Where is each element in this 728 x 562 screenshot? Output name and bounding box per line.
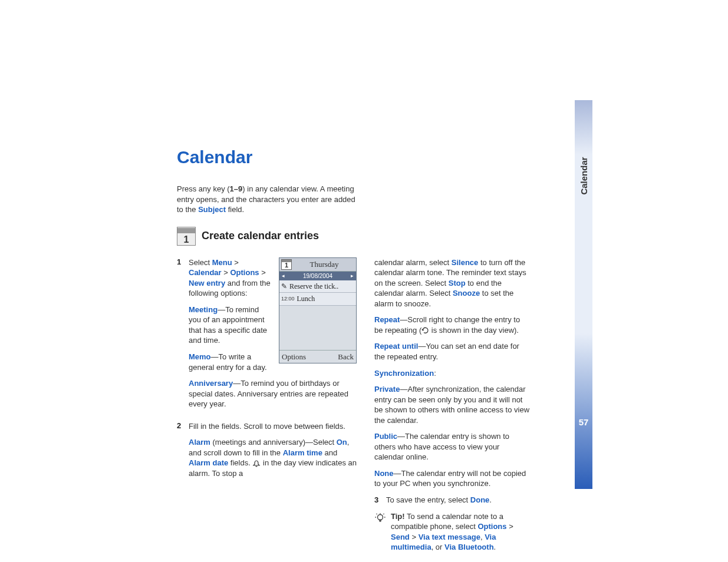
phone-screenshot: 1 Thursday ◂ 19/08/2004 ▸ ✎: [279, 257, 357, 363]
phone-entry-1: ✎ Reserve the tick..: [279, 280, 356, 293]
phone-calendar-icon: 1: [281, 259, 292, 270]
phone-entry-2: 12:00 Lunch: [279, 293, 356, 305]
sync-heading: Synchronization:: [374, 368, 531, 379]
private-label[interactable]: Private: [374, 385, 400, 394]
side-tab: Calendar 57: [575, 100, 592, 489]
step-3: 3 To save the entry, select Done.: [374, 495, 531, 505]
tip-send-link[interactable]: Send: [391, 533, 410, 541]
intro-text-post: field.: [226, 205, 244, 214]
alarm-time-link[interactable]: Alarm time: [283, 448, 322, 457]
via-bluetooth-link[interactable]: Via Bluetooth: [444, 543, 494, 551]
phone-entry-icon: ✎: [281, 282, 287, 291]
none-paragraph: None—The calendar entry will not be copi…: [374, 468, 531, 489]
alarm-date-link[interactable]: Alarm date: [189, 458, 228, 467]
alarm-paragraph: Alarm (meetings and anniversary)—Select …: [189, 437, 357, 478]
meeting-option: Meeting—To remind you of an appointment …: [189, 305, 272, 346]
anniversary-option: Anniversary—To remind you of birthdays o…: [189, 378, 357, 409]
public-label[interactable]: Public: [374, 432, 397, 441]
intro-text-pre: Press any key (: [177, 184, 230, 193]
phone-softkey-left: Options: [282, 352, 306, 362]
phone-date-next-icon: ▸: [351, 272, 354, 279]
done-link[interactable]: Done: [470, 495, 490, 504]
meeting-label[interactable]: Meeting: [189, 305, 218, 314]
memo-option: Memo—To write a general entry for a day.: [189, 352, 272, 372]
tip-block: Tip! To send a calendar note to a compat…: [374, 511, 531, 553]
subject-link[interactable]: Subject: [198, 205, 226, 214]
snooze-link[interactable]: Snooze: [453, 289, 480, 297]
section-title: Create calendar entries: [202, 230, 319, 242]
alarm-continued: calendar alarm, select Silence to turn o…: [374, 257, 531, 309]
page-title: Calendar: [177, 147, 531, 167]
phone-softkey-right: Back: [338, 352, 354, 362]
synchronization-label[interactable]: Synchronization: [374, 369, 434, 378]
step-2-number: 2: [177, 421, 183, 485]
step-1-nav: Select Menu > Calendar > Options > New e…: [189, 257, 272, 299]
page-number: 57: [579, 417, 589, 427]
phone-date-prev-icon: ◂: [282, 272, 285, 279]
calendar-section-icon: 1: [177, 227, 196, 246]
step-1: 1 Select Menu > Calendar > Options > New…: [177, 257, 357, 415]
svg-point-0: [378, 514, 383, 520]
phone-day-label: Thursday: [294, 259, 354, 270]
via-text-message-link[interactable]: Via text message: [419, 533, 480, 541]
tip-options-link[interactable]: Options: [477, 522, 506, 531]
step-2: 2 Fill in the fields. Scroll to move bet…: [177, 421, 357, 485]
none-label[interactable]: None: [374, 469, 394, 478]
intro-paragraph: Press any key (1–9) in any calendar view…: [177, 184, 357, 215]
menu-link[interactable]: Menu: [212, 258, 232, 267]
phone-entry-2-text: Lunch: [297, 294, 315, 303]
right-column: calendar alarm, select Silence to turn o…: [374, 257, 531, 553]
phone-date-row: ◂ 19/08/2004 ▸: [279, 272, 356, 281]
side-tab-label: Calendar: [579, 157, 589, 194]
repeat-cycle-icon: [421, 327, 429, 334]
step-2-intro: Fill in the fields. Scroll to move betwe…: [189, 421, 357, 432]
repeat-until-paragraph: Repeat until—You can set an end date for…: [374, 341, 531, 362]
options-link[interactable]: Options: [230, 268, 259, 277]
section-header: 1 Create calendar entries: [177, 227, 531, 246]
lightbulb-tip-icon: [374, 513, 386, 524]
step-3-number: 3: [374, 495, 380, 505]
public-paragraph: Public—The calendar entry is shown to ot…: [374, 431, 531, 462]
tip-text: Tip! To send a calendar note to a compat…: [391, 511, 531, 553]
intro-keys: 1–9: [230, 184, 243, 193]
calendar-link[interactable]: Calendar: [189, 268, 222, 277]
stop-link[interactable]: Stop: [449, 279, 466, 287]
page-content: Calendar Press any key (1–9) in any cale…: [177, 147, 531, 553]
left-column: 1 Select Menu > Calendar > Options > New…: [177, 257, 357, 553]
alarm-label[interactable]: Alarm: [189, 438, 210, 447]
tip-label: Tip!: [391, 512, 405, 521]
step-1-number: 1: [177, 257, 183, 415]
new-entry-link[interactable]: New entry: [189, 279, 225, 287]
alarm-bell-icon: [252, 460, 261, 467]
silence-link[interactable]: Silence: [452, 258, 479, 267]
phone-date: 19/08/2004: [303, 272, 332, 280]
phone-entry-1-text: Reserve the tick..: [289, 282, 338, 291]
private-paragraph: Private—After synchronization, the calen…: [374, 384, 531, 425]
anniversary-label[interactable]: Anniversary: [189, 379, 233, 388]
repeat-until-label[interactable]: Repeat until: [374, 342, 418, 351]
phone-entry-2-time: 12:00: [281, 295, 295, 302]
memo-label[interactable]: Memo: [189, 352, 211, 361]
on-link[interactable]: On: [337, 438, 347, 447]
repeat-paragraph: Repeat—Scroll right to change the entry …: [374, 315, 531, 335]
repeat-label[interactable]: Repeat: [374, 315, 400, 324]
